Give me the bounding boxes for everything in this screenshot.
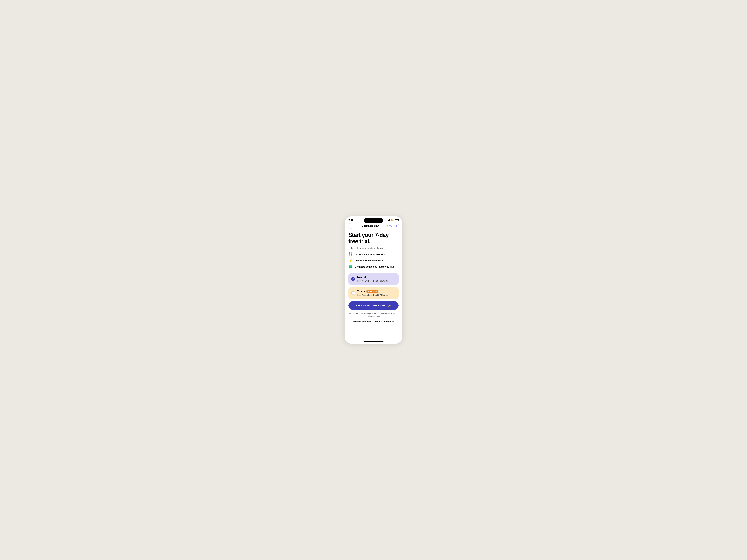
trial-note: 7 days free, then 32.99/year. Free trial… <box>349 312 398 318</box>
features-list: Accessibility to all features ⚡ Faster A… <box>349 252 398 269</box>
monthly-plan-name: Monthly <box>357 276 367 279</box>
monthly-radio: ✓ <box>351 277 355 281</box>
back-button[interactable]: ‹ <box>348 223 354 229</box>
yearly-radio <box>351 291 355 295</box>
nav-bar: ‹ Upgrade plan ? Help <box>345 222 402 231</box>
svg-rect-2 <box>349 254 351 256</box>
monthly-plan-card[interactable]: ✓ Monthly First 7 days free, then $7.99/… <box>349 273 398 285</box>
save-badge: SAVE 62% <box>366 290 378 293</box>
yearly-plan-name: Yearly <box>357 290 365 293</box>
feature-text: Accessibility to all features <box>355 253 385 256</box>
bottom-links: Restore purchase - Terms & Conditions <box>349 320 398 323</box>
svg-rect-0 <box>349 252 351 254</box>
monthly-name-row: Monthly <box>357 276 396 279</box>
bolt-icon: ⚡ <box>349 259 353 263</box>
yearly-name-row: Yearly SAVE 62% <box>357 290 396 293</box>
list-item: Accessibility to all features <box>349 252 398 257</box>
battery-icon <box>394 219 398 221</box>
main-headline: Start your 7-day free trial. <box>349 232 398 245</box>
apps-icon <box>349 252 353 257</box>
phone-frame: 9:41 📶 ‹ Upgrade plan ? Help Start your … <box>345 216 402 344</box>
feature-text: Faster AI response speed <box>355 259 383 262</box>
home-bar <box>363 342 384 342</box>
yearly-plan-info: Yearly SAVE 62% First 7 days free, then … <box>357 290 396 296</box>
list-item: ⚡ Faster AI response speed <box>349 259 398 263</box>
link-separator: - <box>372 320 373 323</box>
signal-icon <box>387 219 390 221</box>
content-area: Start your 7-day free trial. Unlock all … <box>345 231 402 342</box>
yearly-plan-desc: First 7 days free, then $32.99/year <box>357 294 388 296</box>
svg-rect-3 <box>351 254 352 255</box>
svg-point-4 <box>352 255 352 256</box>
help-button[interactable]: ? Help <box>387 224 399 228</box>
subtitle-text: Unlock all the premium benefits now: <box>349 247 398 249</box>
monthly-plan-info: Monthly First 7 days free, then $7.99/mo… <box>357 276 396 282</box>
dynamic-island <box>364 218 383 223</box>
cta-button[interactable]: START 7-DAY FREE TRIAL ✨ <box>349 301 398 310</box>
status-time: 9:41 <box>349 218 353 221</box>
help-label: Help <box>393 224 397 227</box>
svg-rect-1 <box>351 252 352 254</box>
feature-text: Connects with 5,000+ apps you like <box>355 265 394 268</box>
check-icon: ✓ <box>352 278 354 280</box>
svg-point-7 <box>349 265 352 266</box>
terms-conditions-link[interactable]: Terms & Conditions <box>374 320 394 323</box>
home-indicator <box>345 342 402 344</box>
chevron-left-icon: ‹ <box>350 225 351 227</box>
yearly-plan-card[interactable]: Yearly SAVE 62% First 7 days free, then … <box>349 287 398 299</box>
list-item: Connects with 5,000+ apps you like <box>349 265 398 269</box>
monthly-plan-desc: First 7 days free, then $7.99/month <box>357 280 389 282</box>
restore-purchase-link[interactable]: Restore purchase <box>353 320 371 323</box>
page-title: Upgrade plan <box>362 224 380 228</box>
svg-point-6 <box>349 266 352 267</box>
svg-point-5 <box>349 267 352 268</box>
stack-icon <box>349 265 353 269</box>
status-icons: 📶 <box>387 219 398 221</box>
status-bar: 9:41 📶 <box>345 216 402 222</box>
wifi-icon: 📶 <box>391 219 393 221</box>
help-circle-icon: ? <box>389 224 392 227</box>
